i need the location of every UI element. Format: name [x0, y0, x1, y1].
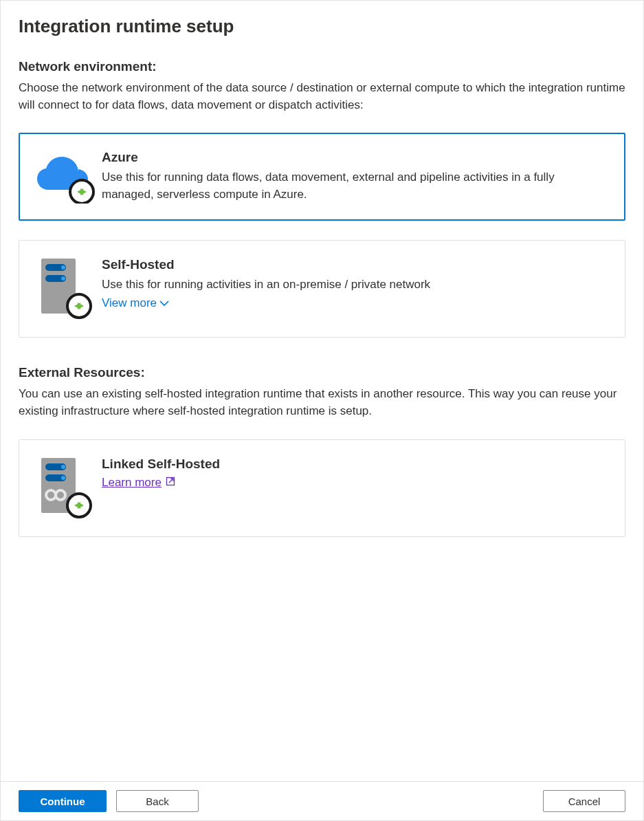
- option-linked-title: Linked Self-Hosted: [102, 457, 607, 472]
- linked-server-icon: [36, 457, 102, 520]
- view-more-label: View more: [102, 296, 157, 310]
- external-section-title: External Resources:: [19, 365, 625, 380]
- option-azure-text: Azure Use this for running data flows, d…: [102, 150, 607, 203]
- option-selfhosted-title: Self-Hosted: [102, 257, 607, 272]
- svg-point-9: [61, 465, 65, 469]
- continue-button[interactable]: Continue: [19, 790, 107, 812]
- network-section-title: Network environment:: [19, 59, 625, 74]
- dialog-footer: Continue Back Cancel: [1, 781, 643, 820]
- svg-point-11: [61, 476, 65, 480]
- learn-more-link[interactable]: Learn more: [102, 476, 175, 490]
- view-more-link[interactable]: View more: [102, 296, 169, 310]
- option-azure[interactable]: Azure Use this for running data flows, d…: [19, 133, 625, 221]
- option-selfhosted[interactable]: Self-Hosted Use this for running activit…: [19, 240, 625, 338]
- page-title: Integration runtime setup: [19, 16, 625, 37]
- learn-more-label: Learn more: [102, 476, 162, 490]
- option-azure-title: Azure: [102, 150, 607, 165]
- option-selfhosted-text: Self-Hosted Use this for running activit…: [102, 257, 607, 310]
- back-button[interactable]: Back: [116, 790, 199, 812]
- svg-point-3: [61, 265, 65, 270]
- svg-point-5: [61, 276, 65, 281]
- chevron-down-icon: [159, 296, 169, 310]
- server-icon: [36, 257, 102, 320]
- option-azure-desc: Use this for running data flows, data mo…: [102, 169, 607, 203]
- option-linked-text: Linked Self-Hosted Learn more: [102, 457, 607, 490]
- option-linked-selfhosted[interactable]: Linked Self-Hosted Learn more: [19, 439, 625, 537]
- external-section-desc: You can use an existing self-hosted inte…: [19, 386, 625, 419]
- option-selfhosted-desc: Use this for running activities in an on…: [102, 276, 607, 294]
- azure-cloud-icon: [36, 150, 102, 204]
- dialog-content: Integration runtime setup Network enviro…: [1, 1, 643, 781]
- external-link-icon: [166, 476, 175, 490]
- network-section-desc: Choose the network environment of the da…: [19, 80, 625, 113]
- cancel-button[interactable]: Cancel: [543, 790, 625, 812]
